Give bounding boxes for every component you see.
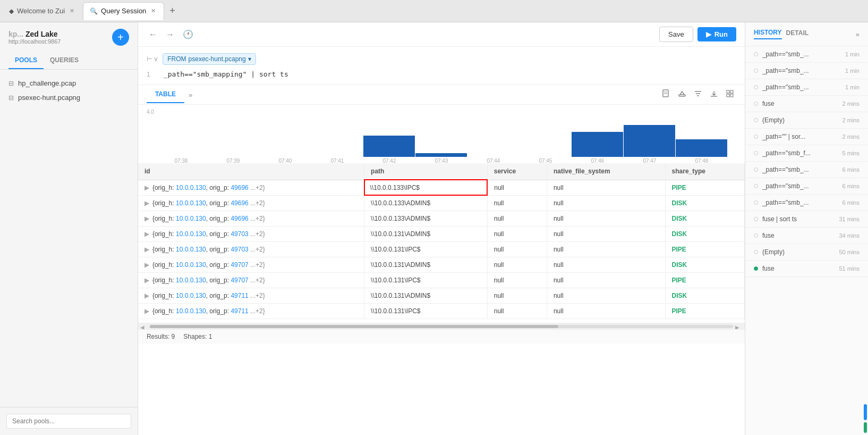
table-row[interactable]: ▶{orig_h: 10.0.0.130, orig_p: 49696 ...+… [138,180,745,195]
row-expand[interactable]: ▶ [144,199,149,207]
row-expand[interactable]: ▶ [144,246,149,253]
history-time-9: 6 mins [843,199,860,206]
tab-query[interactable]: 🔍 Query Session ✕ [83,2,164,20]
table-container[interactable]: id path service native_file_system share… [138,163,745,323]
tab-history[interactable]: HISTORY [754,29,782,39]
sidebar-file-label-0: hp_challenge.pcap [18,79,76,87]
table-row[interactable]: ▶{orig_h: 10.0.0.130, orig_p: 49696 ...+… [138,195,745,211]
sidebar-nav-pools[interactable]: POOLS [8,52,44,69]
history-item-0[interactable]: _path=="smb_...1 min [745,46,868,63]
cell-path: \\10.0.0.131\ADMIN$ [364,257,488,273]
row-expand[interactable]: ▶ [144,307,149,315]
history-item-2[interactable]: _path=="smb_...1 min [745,79,868,96]
sidebar-file-1[interactable]: ⊟ psexec-hunt.pcapng [4,90,133,105]
history-item-13[interactable]: fuse51 mins [745,261,868,277]
history-button[interactable]: 🕐 [181,27,195,41]
cell-native-file-system: null [547,257,665,273]
forward-button[interactable]: → [164,28,176,41]
table-row[interactable]: ▶{orig_h: 10.0.0.130, orig_p: 49707 ...+… [138,273,745,288]
row-expand[interactable]: ▶ [144,215,149,222]
download-icon-btn[interactable] [708,87,720,102]
results-tab-table[interactable]: TABLE [147,86,184,103]
cell-path: \\10.0.0.131\IPC$ [364,273,488,288]
tab-detail[interactable]: DETAIL [786,29,809,39]
content-area: ← → 🕐 Save ▶ Run ⊢ ∨ FROM psexec-hunt.pc… [138,22,745,435]
history-item-7[interactable]: _path=="smb_...6 mins [745,162,868,178]
row-expand[interactable]: ▶ [144,261,149,269]
document-icon-btn[interactable] [660,87,673,102]
grid-icon-btn[interactable] [724,87,736,102]
history-item-5[interactable]: _path="" | sor...2 mins [745,129,868,145]
table-row[interactable]: ▶{orig_h: 10.0.0.130, orig_p: 49711 ...+… [138,304,745,319]
chart-time-label-9: 07:47 [624,158,676,163]
col-header-service: service [487,163,547,180]
scrollbar-thumb [150,325,558,328]
row-expand[interactable]: ▶ [144,230,149,238]
cell-id: ▶{orig_h: 10.0.0.130, orig_p: 49711 ...+… [138,304,364,319]
svg-rect-10 [727,94,729,97]
chart-bar-9 [624,125,675,157]
history-item-3[interactable]: fuse2 mins [745,96,868,112]
from-selector[interactable]: FROM psexec-hunt.pcapng ▾ [163,53,256,65]
history-item-8[interactable]: _path=="smb_...6 mins [745,178,868,195]
horizontal-scrollbar[interactable]: ◀ ▶ [138,323,745,329]
search-input[interactable] [6,414,131,429]
query-text[interactable]: _path=="smb_mapping" | sort ts [164,70,288,78]
thumb-icon-btn[interactable] [676,87,688,102]
file-icon-0: ⊟ [8,80,14,87]
row-expand[interactable]: ▶ [144,277,149,284]
row-expand[interactable]: ▶ [144,184,149,191]
history-query-1: _path=="smb_... [762,67,841,74]
chart-time-label-6: 07:44 [467,158,520,163]
scrollbar-track[interactable] [150,325,733,328]
tab-welcome-close[interactable]: ✕ [68,6,76,15]
sidebar-file-0[interactable]: ⊟ hp_challenge.pcap [4,76,133,90]
table-row[interactable]: ▶{orig_h: 10.0.0.130, orig_p: 49707 ...+… [138,257,745,273]
scrollbar-green-thumb [864,422,867,433]
history-item-10[interactable]: fuse | sort ts31 mins [745,211,868,228]
history-item-6[interactable]: _path=="smb_f...5 mins [745,145,868,162]
history-item-4[interactable]: (Empty)2 mins [745,112,868,129]
col-header-path: path [364,163,488,180]
table-row[interactable]: ▶{orig_h: 10.0.0.130, orig_p: 49711 ...+… [138,288,745,304]
scroll-right-arrow[interactable]: ▶ [735,324,743,329]
back-button[interactable]: ← [147,28,159,41]
sidebar-brand-name: kp... Zed Lake [8,30,61,38]
cell-share-type: DISK [665,195,744,211]
cell-service: null [487,242,547,257]
history-query-5: _path="" | sor... [762,133,838,140]
save-button[interactable]: Save [659,27,693,42]
cell-native-file-system: null [547,211,665,227]
history-dot-2 [754,85,758,89]
add-pool-button[interactable]: + [112,29,129,46]
tab-add-button[interactable]: + [164,5,181,16]
history-expand-icon[interactable]: » [856,30,860,38]
row-expand[interactable]: ▶ [144,292,149,299]
filter-icon-btn[interactable] [692,87,704,102]
table-row[interactable]: ▶{orig_h: 10.0.0.130, orig_p: 49703 ...+… [138,227,745,242]
history-item-12[interactable]: (Empty)50 mins [745,244,868,261]
results-count: Results: 9 [147,333,175,340]
results-tab-bar: TABLE » [138,85,745,105]
history-query-3: fuse [762,100,838,107]
run-button[interactable]: ▶ Run [697,27,736,41]
history-item-9[interactable]: _path=="smb_...6 mins [745,195,868,211]
cell-id: ▶{orig_h: 10.0.0.130, orig_p: 49703 ...+… [138,227,364,242]
table-row[interactable]: ▶{orig_h: 10.0.0.130, orig_p: 49703 ...+… [138,242,745,257]
run-label: Run [714,30,728,38]
history-query-8: _path=="smb_... [762,182,838,190]
cell-path: \\10.0.0.131\IPC$ [364,304,488,319]
results-expand-button[interactable]: » [184,87,197,103]
scroll-left-arrow[interactable]: ◀ [140,324,148,329]
table-row[interactable]: ▶{orig_h: 10.0.0.130, orig_p: 49696 ...+… [138,211,745,227]
cell-service: null [487,227,547,242]
chart-time-label-1: 07:39 [207,158,259,163]
history-item-11[interactable]: fuse34 mins [745,228,868,244]
status-bar: Results: 9 Shapes: 1 [138,329,745,344]
tab-query-close[interactable]: ✕ [149,6,157,15]
sidebar-nav-queries[interactable]: QUERIES [44,52,85,69]
history-item-1[interactable]: _path=="smb_...1 min [745,63,868,79]
tab-welcome[interactable]: ◆ Welcome to Zui ✕ [2,2,83,20]
cell-service: null [487,211,547,227]
history-time-2: 1 min [845,84,860,90]
